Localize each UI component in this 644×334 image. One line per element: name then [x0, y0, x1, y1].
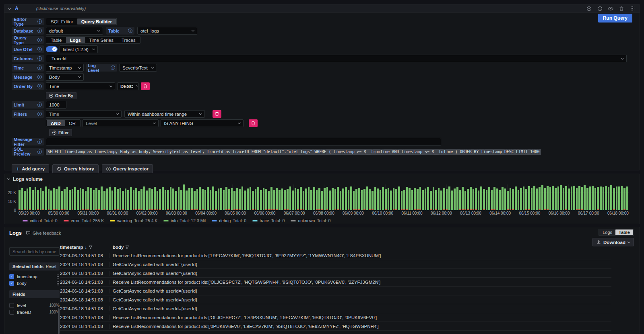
- add-order-by-button[interactable]: +Order By: [46, 92, 76, 99]
- query-history-button[interactable]: Query history: [52, 164, 99, 173]
- query-type-logs-option[interactable]: Logs: [66, 37, 85, 43]
- checkbox-unchecked[interactable]: [9, 310, 14, 315]
- info-icon[interactable]: i: [128, 29, 132, 33]
- sort-desc-icon[interactable]: ↓: [85, 245, 87, 250]
- info-icon[interactable]: i: [37, 38, 42, 42]
- collapse-query-icon[interactable]: [8, 6, 11, 9]
- remove-filter-2-trash-icon[interactable]: [249, 119, 258, 127]
- field-level[interactable]: level100%: [9, 302, 60, 309]
- log-level-label: Log Leveli: [86, 64, 117, 72]
- timestamp-cell: 2024-06-18 14:51:08: [60, 289, 109, 293]
- field-traceID[interactable]: traceID100%: [9, 309, 60, 316]
- legend-item-critical[interactable]: criticalTotal: 0: [23, 218, 58, 223]
- sidebar-scrollbar[interactable]: [58, 308, 60, 334]
- table-row[interactable]: 2024-06-18 14:51:08Receive ListRecommend…: [60, 278, 611, 287]
- table-row[interactable]: 2024-06-18 14:51:08Receive ListRecommend…: [60, 322, 611, 331]
- legend-item-debug[interactable]: debugTotal: 0: [212, 218, 246, 223]
- table-row[interactable]: 2024-06-18 14:51:08GetCartAsync called w…: [60, 287, 611, 295]
- legend-item-error[interactable]: errorTotal: 255 K: [64, 218, 104, 223]
- table-row[interactable]: 2024-06-18 14:51:08GetCartAsync called w…: [60, 269, 611, 278]
- filter-2-field-select[interactable]: Level: [83, 119, 159, 127]
- order-by-field-select[interactable]: Time: [46, 82, 115, 90]
- query-type-traces-option[interactable]: Traces: [118, 37, 140, 43]
- table-row[interactable]: 2024-06-18 14:51:08Receive ListRecommend…: [60, 251, 611, 260]
- query-row-header[interactable]: A (clickhouse-observability): [4, 4, 640, 13]
- message-filter-input[interactable]: [46, 138, 441, 145]
- info-icon[interactable]: i: [37, 66, 42, 70]
- volume-bar: [409, 188, 411, 210]
- give-feedback-link[interactable]: Give feedback: [26, 231, 61, 236]
- logs-volume-chart[interactable]: 0 10 K 20 K: [19, 184, 629, 210]
- duplicate-query-icon[interactable]: [586, 5, 592, 12]
- remove-filter-1-trash-icon[interactable]: [213, 110, 221, 118]
- legend-item-trace[interactable]: traceTotal: 0: [252, 218, 285, 223]
- filter-1-field-select[interactable]: Time: [46, 110, 122, 118]
- volume-bar: [297, 189, 299, 210]
- otel-version-select[interactable]: latest (1.2.9): [60, 45, 98, 53]
- selected-field-body[interactable]: ✓body: [9, 280, 60, 287]
- legend-swatch: [64, 220, 69, 221]
- info-icon[interactable]: i: [37, 75, 42, 79]
- info-icon[interactable]: i: [37, 84, 42, 88]
- add-query-button[interactable]: +Add query: [12, 164, 49, 173]
- view-table-option[interactable]: Table: [615, 229, 633, 235]
- hide-response-eye-icon[interactable]: [607, 5, 614, 12]
- drag-handle-icon[interactable]: [56, 274, 60, 279]
- query-history-icon[interactable]: [597, 5, 603, 12]
- database-select[interactable]: default: [46, 27, 103, 35]
- info-icon[interactable]: i: [37, 29, 42, 33]
- search-fields-input[interactable]: [9, 247, 60, 256]
- view-logs-option[interactable]: Logs: [599, 229, 615, 235]
- sql-editor-option[interactable]: SQL Editor: [47, 18, 77, 25]
- filter-funnel-icon[interactable]: [89, 245, 93, 249]
- legend-item-unknown[interactable]: unknownTotal: 0: [291, 218, 330, 223]
- selected-field-timestamp[interactable]: ✓timestamp: [9, 273, 60, 280]
- add-filter-button[interactable]: +Filter: [49, 129, 72, 136]
- timestamp-column-header[interactable]: timestamp: [60, 245, 83, 250]
- checkbox-unchecked[interactable]: [9, 303, 14, 308]
- body-column-header[interactable]: body: [113, 245, 124, 250]
- log-level-column-select[interactable]: SeverityText: [119, 64, 157, 72]
- info-icon[interactable]: i: [37, 47, 42, 51]
- columns-multiselect[interactable]: TraceId: [46, 55, 627, 62]
- query-inspector-button[interactable]: i Query inspector: [102, 164, 153, 173]
- table-row[interactable]: 2024-06-18 14:51:08GetCartAsync called w…: [60, 260, 611, 269]
- remove-order-by-trash-icon[interactable]: [141, 82, 150, 90]
- info-icon[interactable]: i: [37, 19, 42, 24]
- use-otel-toggle[interactable]: ✓: [46, 46, 58, 52]
- legend-item-info[interactable]: infoTotal: 12.3 Mil: [163, 218, 206, 223]
- limit-input[interactable]: [46, 101, 66, 109]
- info-icon[interactable]: i: [37, 150, 42, 154]
- run-query-button[interactable]: Run Query: [598, 14, 632, 23]
- table-row[interactable]: 2024-06-18 14:51:08GetCartAsync called w…: [60, 295, 611, 304]
- info-icon[interactable]: i: [37, 56, 42, 61]
- reset-button[interactable]: Reset: [46, 264, 56, 269]
- info-icon[interactable]: i: [37, 102, 42, 107]
- table-select[interactable]: otel_logs: [137, 27, 197, 35]
- filter-2-operator-select[interactable]: IS ANYTHING: [161, 119, 244, 127]
- order-by-direction-select[interactable]: DESC: [117, 82, 139, 90]
- or-option[interactable]: OR: [65, 120, 80, 126]
- info-icon[interactable]: i: [37, 139, 42, 144]
- query-type-table-option[interactable]: Table: [47, 37, 66, 43]
- filter-1-operator-select[interactable]: Within dashboard time range: [124, 110, 205, 118]
- drag-handle-icon[interactable]: [56, 281, 60, 286]
- filter-funnel-icon[interactable]: [125, 245, 129, 249]
- delete-query-trash-icon[interactable]: [618, 5, 625, 12]
- checkbox-checked[interactable]: ✓: [9, 281, 14, 286]
- info-icon[interactable]: i: [37, 112, 42, 116]
- checkbox-checked[interactable]: ✓: [9, 274, 14, 279]
- table-row[interactable]: 2024-06-18 14:51:08Receive ListRecommend…: [60, 313, 611, 322]
- query-type-timeseries-option[interactable]: Time Series: [85, 37, 118, 43]
- info-icon[interactable]: i: [111, 66, 115, 70]
- collapse-panel-icon[interactable]: [7, 177, 10, 180]
- time-column-select[interactable]: Timestamp: [46, 64, 84, 72]
- table-row[interactable]: 2024-06-18 14:51:08GetCartAsync called w…: [60, 304, 611, 313]
- logs-volume-header[interactable]: Logs volume: [4, 174, 640, 182]
- and-option[interactable]: AND: [47, 120, 65, 126]
- drag-handle-icon[interactable]: [629, 5, 636, 12]
- query-builder-option[interactable]: Query Builder: [77, 18, 116, 25]
- query-ref-id[interactable]: A: [15, 6, 19, 11]
- message-column-select[interactable]: Body: [46, 73, 84, 81]
- legend-item-warning[interactable]: warningTotal: 25.4 K: [110, 218, 157, 223]
